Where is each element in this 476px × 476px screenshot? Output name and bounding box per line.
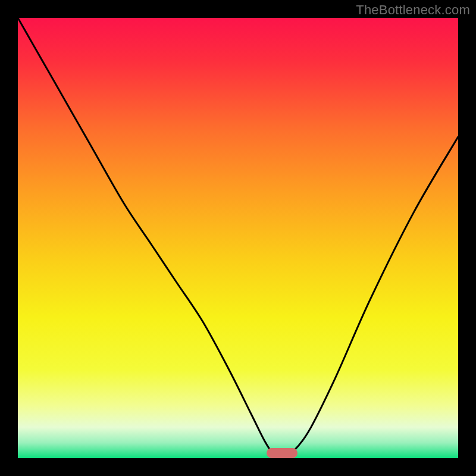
watermark-text: TheBottleneck.com [356, 2, 470, 18]
chart-frame: TheBottleneck.com [0, 0, 476, 476]
plot-area [18, 18, 458, 458]
optimal-marker [267, 448, 298, 458]
bottleneck-curve [18, 18, 458, 458]
